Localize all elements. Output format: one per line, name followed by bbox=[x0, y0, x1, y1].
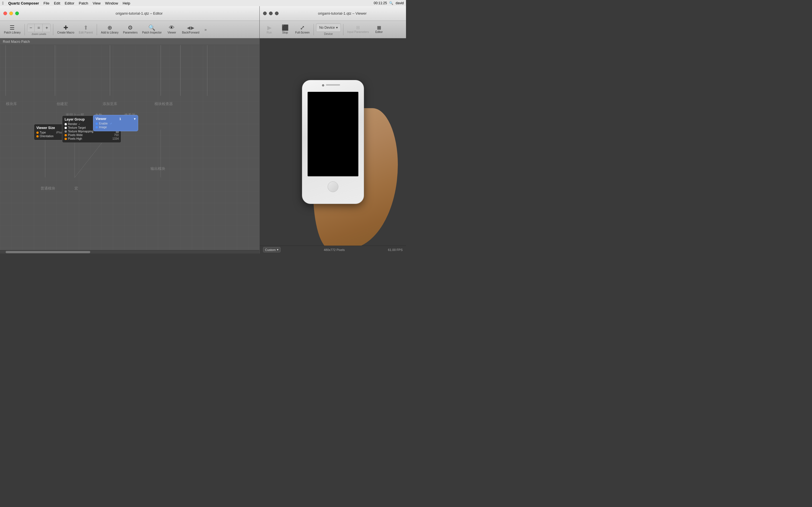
viewer-icon: 👁 bbox=[169, 25, 174, 31]
custom-select[interactable]: Custom ▾ bbox=[263, 247, 281, 252]
apple-menu[interactable]:  bbox=[2, 1, 4, 5]
lg-pw-value: 750 bbox=[114, 133, 119, 136]
status-time: 00:11:25 bbox=[374, 1, 387, 5]
app-name[interactable]: Quartz Composer bbox=[8, 1, 39, 5]
run-button[interactable]: ▶ Run bbox=[262, 22, 276, 37]
editor-title-bar: origami-tutorial-1.qtz – Editor bbox=[0, 6, 259, 21]
editor-scrollbar[interactable] bbox=[0, 250, 259, 253]
editor-icon: ▦ bbox=[377, 25, 381, 30]
type-port-label: Type bbox=[40, 131, 46, 134]
canvas-label-output-patch: 输出模块 bbox=[144, 166, 172, 171]
canvas-label-add-to-library: 添加至库 bbox=[96, 101, 124, 107]
menu-file[interactable]: File bbox=[43, 1, 49, 5]
lg-tt-label: Texture Target bbox=[68, 126, 86, 129]
menu-window[interactable]: Window bbox=[105, 1, 118, 5]
menu-editor[interactable]: Editor bbox=[65, 1, 74, 5]
viewer-sep-1 bbox=[313, 24, 314, 35]
editor-canvas[interactable]: 模块库 创建宏 添加至库 模块检查器 返回上一层 参数 查看器 Viewer S… bbox=[0, 45, 259, 250]
viewer-arrow: ▾ bbox=[134, 117, 136, 121]
viewer-minimize-button[interactable] bbox=[269, 11, 273, 15]
editor-close-button[interactable] bbox=[3, 11, 7, 15]
lg-render-label: Render bbox=[68, 122, 77, 126]
viewer-label: Viewer bbox=[167, 31, 176, 34]
device-label: Device bbox=[324, 33, 333, 36]
menu-patch[interactable]: Patch bbox=[79, 1, 88, 5]
menu-view[interactable]: View bbox=[93, 1, 101, 5]
full-screen-icon: ⤢ bbox=[300, 25, 305, 31]
viewer-toolbar-button[interactable]: 👁 Viewer bbox=[164, 22, 179, 37]
zoom-controls: − = + bbox=[27, 24, 51, 32]
editor-title: origami-tutorial-1.qtz – Editor bbox=[22, 11, 256, 15]
create-macro-button[interactable]: ✚ Create Macro bbox=[56, 22, 76, 37]
add-to-library-label: Add to Library bbox=[101, 31, 118, 34]
no-device-dropdown[interactable]: No Device ▾ bbox=[316, 23, 341, 32]
editor-maximize-button[interactable] bbox=[15, 11, 19, 15]
run-label: Run bbox=[267, 31, 272, 34]
pixels-display: 480x772 Pixels bbox=[324, 248, 345, 251]
zoom-out-button[interactable]: − bbox=[28, 24, 35, 32]
zoom-in-button[interactable]: + bbox=[43, 24, 50, 32]
editor-window: origami-tutorial-1.qtz – Editor ☰ Patch … bbox=[0, 6, 260, 253]
patch-library-icon: ☰ bbox=[10, 25, 15, 31]
lg-pw-label: Pixels Wide bbox=[68, 133, 83, 136]
lg-ph-label: Pixels High bbox=[68, 137, 82, 140]
phone-speaker bbox=[326, 84, 340, 86]
scrollbar-thumb[interactable] bbox=[6, 251, 90, 253]
lg-mm-dot bbox=[64, 130, 67, 133]
zoom-fit-button[interactable]: = bbox=[35, 24, 43, 32]
viewer-content bbox=[260, 38, 406, 245]
editor-label: Editor bbox=[375, 31, 383, 34]
input-parameters-button[interactable]: ⊞ Input Parameters bbox=[346, 22, 371, 37]
run-icon: ▶ bbox=[267, 25, 271, 31]
edit-parent-label: Edit Parent bbox=[79, 31, 93, 34]
lg-mm-label: Texture Mipmapping bbox=[68, 130, 93, 133]
menu-help[interactable]: Help bbox=[123, 1, 130, 5]
add-to-library-icon: ⊕ bbox=[107, 25, 112, 31]
separator-2 bbox=[53, 24, 53, 35]
full-screen-button[interactable]: ⤢ Full-Screen bbox=[294, 22, 311, 37]
viewer-window: origami-tutorial-1.qtz – Viewer ▶ Run ⬛ … bbox=[260, 6, 406, 253]
menu-edit[interactable]: Edit bbox=[54, 1, 60, 5]
fps-display: 61.00 FPS bbox=[388, 248, 403, 251]
editor-button[interactable]: ▦ Editor bbox=[371, 22, 386, 37]
parameters-button[interactable]: ⚙ Parameters bbox=[121, 22, 139, 37]
patch-inspector-icon: 🔍 bbox=[148, 25, 155, 31]
input-parameters-label: Input Parameters bbox=[347, 31, 369, 34]
more-button[interactable]: » bbox=[202, 22, 209, 37]
viewer-maximize-button[interactable] bbox=[275, 11, 278, 15]
back-forward-button[interactable]: ◀ ▶ Back/Forward bbox=[180, 22, 201, 37]
viewer-title-bar: origami-tutorial-1.qtz – Viewer bbox=[260, 6, 406, 21]
edit-parent-icon: ⬆ bbox=[84, 25, 88, 31]
parameters-label: Parameters bbox=[123, 31, 138, 34]
status-user: 🔍 bbox=[389, 1, 393, 5]
breadcrumb: Root Macro Patch bbox=[3, 40, 30, 44]
orientation-port-dot bbox=[36, 135, 39, 137]
patch-library-button[interactable]: ☰ Patch Library bbox=[2, 22, 22, 37]
create-macro-icon: ✚ bbox=[63, 25, 68, 31]
dropdown-arrow: ▾ bbox=[336, 25, 338, 30]
back-forward-label: Back/Forward bbox=[182, 31, 199, 34]
viewer-patch[interactable]: Viewer 1 ▾ Enable ✓ Image bbox=[93, 115, 138, 131]
stop-label: Stop bbox=[282, 31, 288, 34]
create-macro-label: Create Macro bbox=[57, 31, 74, 34]
orientation-port-label: Orientation bbox=[40, 135, 54, 138]
lg-pw-dot bbox=[64, 134, 67, 136]
status-bar: 00:11:25 🔍 david bbox=[374, 1, 404, 5]
viewer-close-button[interactable] bbox=[263, 11, 267, 15]
lg-pixels-high-port: Pixels High 1334 bbox=[64, 137, 119, 140]
stop-button[interactable]: ⬛ Stop bbox=[278, 22, 292, 37]
add-to-library-button[interactable]: ⊕ Add to Library bbox=[99, 22, 120, 37]
phone-container bbox=[280, 46, 387, 238]
zoom-label: Zoom Levels bbox=[32, 33, 46, 36]
more-icon: » bbox=[204, 27, 207, 32]
edit-parent-button[interactable]: ⬆ Edit Parent bbox=[77, 22, 94, 37]
viewer-enable-port: Enable ✓ bbox=[96, 122, 136, 125]
viewer-enable-dot bbox=[96, 122, 98, 125]
status-datetime: david bbox=[396, 1, 404, 5]
stop-icon: ⬛ bbox=[282, 25, 289, 31]
patch-inspector-button[interactable]: 🔍 Patch Inspector bbox=[140, 22, 163, 37]
separator-1 bbox=[24, 24, 25, 35]
editor-minimize-button[interactable] bbox=[9, 11, 13, 15]
breadcrumb-bar: Root Macro Patch bbox=[0, 38, 259, 45]
device-group: No Device ▾ Device bbox=[316, 23, 341, 36]
